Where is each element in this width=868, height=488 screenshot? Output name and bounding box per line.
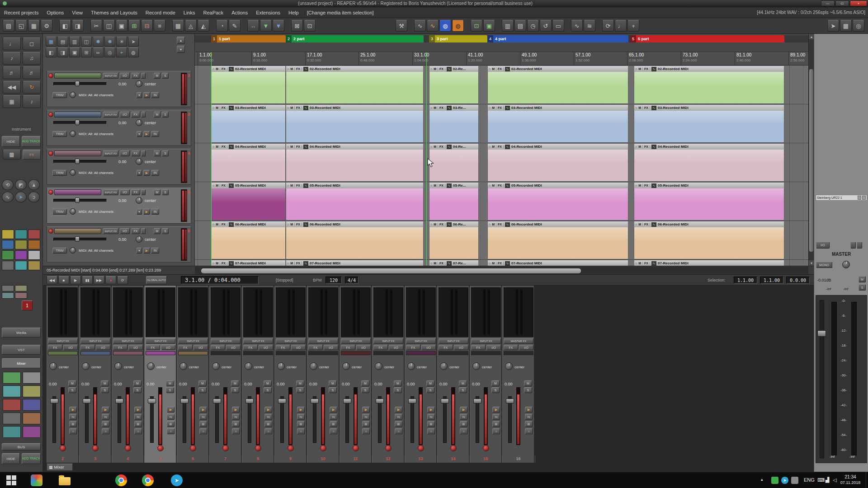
tray-app-1-icon[interactable] [771,477,778,484]
open-project-icon[interactable]: ◱ [15,20,27,32]
strip-monitor-button[interactable]: ▶ [264,407,272,413]
strip-fader-handle[interactable] [343,399,351,404]
io-button[interactable]: I/O [120,112,130,117]
midi-item-header[interactable]: ○ M FX ∿ 06-Recorded MIDI [634,221,784,227]
strip-input-button[interactable]: IN [297,414,305,420]
strip-record-arm-button[interactable] [92,445,99,451]
master-fader-handle[interactable] [817,330,826,337]
add-mixer-track-button[interactable]: ADD TRACK [22,453,41,464]
menu-item[interactable]: Links [179,9,199,17]
solo-button[interactable]: S [162,228,169,234]
item-mute-button[interactable]: M [638,106,643,109]
network-icon[interactable]: ▟ [826,477,829,483]
strip-fx-button[interactable]: FX [308,345,323,350]
trim-mode-button[interactable]: TRIM [52,209,67,215]
strip-solo-button[interactable]: S [459,387,467,393]
item-fx-button[interactable]: FX [439,67,445,70]
chrome-icon[interactable] [115,474,127,486]
tcp-tool-icon[interactable]: ◫ [81,37,92,47]
strip-input-fx-button[interactable]: INPUT FX [406,338,436,344]
master-fx-mini-button[interactable] [857,242,862,249]
midi-item[interactable]: ○ M FX ∿ 04-Recorded MIDI [634,143,784,182]
strip-io-button[interactable]: I/O [259,345,273,350]
solo-button[interactable]: S [162,112,169,117]
strip-input-fx-button[interactable]: INPUT FX [146,338,175,344]
fx-browser-button[interactable]: FX [23,150,41,160]
insert-track-icon[interactable]: + [627,20,639,32]
scroll-down-button[interactable]: ▼ [177,46,185,53]
item-lock-icon[interactable]: ○ [212,106,214,109]
midi-item-header[interactable]: ○ M FX ∿ 07-Re... [429,260,479,266]
record-arm-button[interactable] [48,73,53,78]
midi-item[interactable]: ○ M FX ∿ 07-Re... [429,260,479,266]
strip-pan-knob[interactable] [440,362,448,370]
strip-monitor-button[interactable]: ▶ [297,407,305,413]
midi-item-header[interactable]: ○ M FX ∿ 07-Recorded MIDI [211,260,286,266]
plugin-shortcut-icon[interactable] [28,250,40,260]
fx-param-button[interactable] [141,189,146,195]
strip-fx-button[interactable]: FX [276,345,290,350]
midi-item-header[interactable]: ○ M FX ∿ 06-Re... [429,221,479,227]
plugin-shortcut-icon[interactable] [15,240,27,249]
midi-item-body[interactable] [487,72,628,104]
strip-input-button[interactable]: IN [362,414,370,420]
strip-mute-button[interactable]: M [329,380,337,386]
strip-phase-button[interactable]: ○ [199,428,207,434]
tempo-envelope-icon[interactable]: ♩ [615,20,627,32]
volume-fader-track[interactable] [53,199,107,202]
midi-item-body[interactable] [487,111,628,143]
strip-pan-knob[interactable] [114,362,122,370]
strip-fx-button[interactable]: FX [146,345,160,350]
midi-item[interactable]: ○ M FX ∿ 02-Recorded MIDI [487,66,628,104]
menu-item[interactable]: Recent projects [0,9,42,17]
item-lock-icon[interactable]: ○ [212,184,214,187]
track-panel[interactable]: INPUT FX I/O FX M S 0.00 center TRIM MID… [47,149,191,185]
midi-item-header[interactable]: ○ M FX ∿ 02-Re... [429,66,479,72]
strip-mute-button[interactable]: M [264,380,272,386]
vscroll-handle[interactable] [809,69,813,252]
item-lock-icon[interactable]: ○ [287,262,289,265]
item-fx-button[interactable]: FX [498,184,504,187]
trim-mode-button[interactable]: TRIM [52,170,67,176]
strip-routing-button[interactable]: ⊞ [134,421,142,427]
snap-toggle-icon[interactable]: ◬ [185,20,197,32]
new-project-icon[interactable]: ▤ [3,20,14,32]
width-knob[interactable] [70,247,76,253]
stop-button[interactable]: ■ [58,276,69,284]
strip-mute-button[interactable]: M [459,380,467,386]
midi-item-body[interactable] [429,111,479,143]
strip-input-fx-button[interactable]: INPUT FX [48,338,78,344]
strip-solo-button[interactable]: S [361,387,369,393]
audio-device-bar[interactable]: Steinberg UR22 1 [816,195,867,201]
input-fx-button[interactable]: INPUT FX [103,150,118,156]
record-arm-button[interactable] [48,112,53,117]
rail-tool-icon[interactable]: ♪ [3,52,21,65]
start-button[interactable] [5,475,18,486]
item-mute-button[interactable]: M [434,223,438,226]
record-input-button[interactable]: IN [151,131,159,137]
item-fx-button[interactable]: FX [644,145,650,148]
item-mute-button[interactable]: M [434,262,438,265]
selection-length-field[interactable]: 0.0.00 [786,277,810,284]
solo-button[interactable]: S [162,150,169,156]
item-mute-button[interactable]: M [638,262,643,265]
strip-fx-button[interactable]: FX [406,345,420,350]
strip-routing-button[interactable]: ⊞ [460,421,467,427]
region-marker[interactable]: 4 4 part [487,35,628,42]
midi-item-header[interactable]: ○ M FX ∿ 04-Recorded MIDI [487,143,628,150]
strip-phase-button[interactable]: ○ [232,428,240,434]
rail-action-icon[interactable]: ∿ [2,192,14,202]
strip-record-arm-button[interactable] [255,445,261,451]
item-fx-button[interactable]: FX [222,184,227,187]
midi-item[interactable]: ○ M FX ∿ 04-Re... [429,143,479,182]
mixer-strip[interactable]: INPUT FX FX I/O center 0.00 M S ▶ IN ⊞ ○… [372,286,404,463]
strip-record-arm-button[interactable] [385,445,392,451]
strip-io-button[interactable]: I/O [421,345,436,350]
master-pan-knob[interactable] [842,261,850,268]
wiring-diagram-icon[interactable]: ▣ [483,20,495,32]
midi-item-body[interactable] [429,150,479,182]
hide-mixer-tracks-button[interactable]: HIDE [2,453,20,464]
menu-item[interactable]: Themes and Layouts [87,9,142,17]
preset-1-button[interactable]: 1 [22,300,33,310]
item-mute-button[interactable]: M [492,223,496,226]
